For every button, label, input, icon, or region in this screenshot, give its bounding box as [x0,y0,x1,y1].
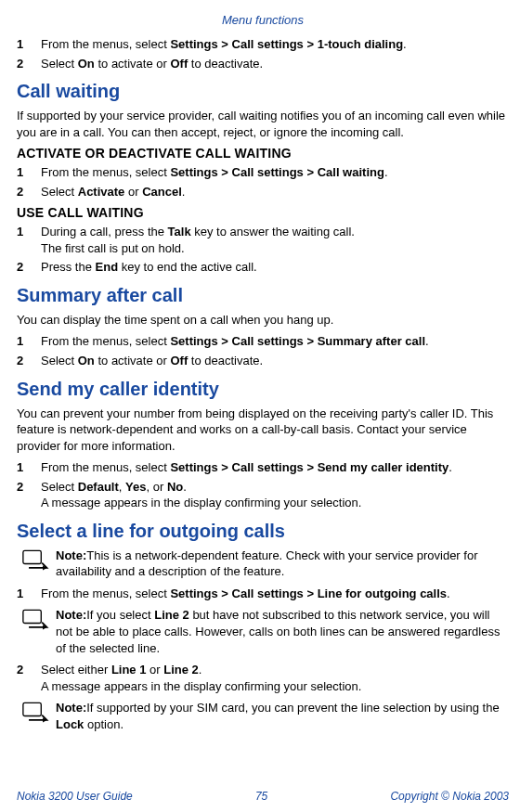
step-number: 1 [17,164,41,181]
step-number: 2 [17,353,41,369]
note-block: Note:This is a network-dependent feature… [17,548,509,580]
step-text: Select either Line 1 or Line 2. A messag… [41,662,509,694]
step-extra: A message appears in the display confirm… [41,496,361,509]
subheading-use: USE CALL WAITING [17,205,509,220]
text: . [403,37,407,51]
svg-rect-0 [23,550,41,563]
step-row: 2 Press the End key to end the active ca… [17,259,509,276]
option: Lock [56,717,84,731]
note-icon [17,548,56,580]
page-number: 75 [133,790,391,803]
step-extra: A message appears in the display confirm… [41,679,361,693]
menu-path: Settings > Call settings > Summary after… [170,334,425,348]
section-call-waiting: Call waiting [17,81,509,102]
footer-left: Nokia 3200 User Guide [17,790,133,803]
step-number: 1 [17,36,41,53]
text: . [199,663,202,677]
menu-path: Settings > Call settings > Send my calle… [170,460,448,474]
text: or [146,663,163,677]
text: Select [41,185,78,199]
option: Off [170,57,188,71]
option: On [78,354,95,367]
note-block: Note:If supported by your SIM card, you … [17,700,509,732]
step-text: Select Activate or Cancel. [41,184,509,200]
text: key to answer the waiting call. [191,225,355,238]
text: . [182,185,186,199]
text: , [119,480,125,494]
step-extra: The first call is put on hold. [41,241,185,255]
step-row: 2 Select Default, Yes, or No. A message … [17,479,509,511]
footer-right: Copyright © Nokia 2003 [390,790,509,803]
option: Line 1 [111,663,147,677]
text: Select [41,480,78,494]
step-text: From the menus, select Settings > Call s… [41,36,509,53]
step-row: 2 Select Activate or Cancel. [17,184,509,200]
option: Line 2 [163,663,199,677]
text: From the menus, select [41,37,170,51]
option: Default [78,480,119,494]
text: . [384,165,388,179]
step-row: 2 Select On to activate or Off to deacti… [17,353,509,369]
step-row: 2 Select On to activate or Off to deacti… [17,56,509,72]
option: Yes [125,480,146,494]
step-row: 1 From the menus, select Settings > Call… [17,164,509,181]
subheading-activate: ACTIVATE OR DEACTIVATE CALL WAITING [17,146,509,161]
text: Select [41,354,78,367]
text: If you select [86,608,154,622]
section-select-line: Select a line for outgoing calls [17,521,509,542]
step-number: 1 [17,459,41,476]
step-number: 2 [17,184,41,200]
section-summary-after-call: Summary after call [17,285,509,306]
option: Line 2 [154,608,189,622]
text: Select [41,57,78,71]
text: From the menus, select [41,165,170,179]
text: During a call, press the [41,225,168,238]
step-number: 2 [17,662,41,694]
text: Select either [41,663,111,677]
page-header: Menu functions [17,13,509,27]
step-row: 1 From the menus, select Settings > Call… [17,586,509,602]
step-text: Press the End key to end the active call… [41,259,509,276]
note-icon [17,607,56,656]
text: From the menus, select [41,586,170,600]
paragraph: You can display the time spent on a call… [17,312,509,329]
step-row: 2 Select either Line 1 or Line 2. A mess… [17,662,509,694]
note-text: Note:This is a network-dependent feature… [56,548,509,580]
note-block: Note:If you select Line 2 but have not s… [17,607,509,656]
step-row: 1 During a call, press the Talk key to a… [17,224,509,256]
step-number: 1 [17,333,41,350]
step-text: Select On to activate or Off to deactiva… [41,353,509,369]
note-icon [17,700,56,732]
text: . [447,586,450,600]
step-number: 2 [17,479,41,511]
text: to deactivate. [188,57,263,71]
paragraph: You can prevent your number from being d… [17,406,509,455]
option: Off [170,354,188,367]
paragraph: If supported by your service provider, c… [17,108,509,140]
note-text: Note:If supported by your SIM card, you … [56,700,509,732]
step-text: From the menus, select Settings > Call s… [41,164,509,181]
text: . [425,334,429,348]
note-label: Note: [56,701,86,715]
text: key to end the active call. [118,260,257,274]
step-text: From the menus, select Settings > Call s… [41,586,509,602]
text: . [183,480,187,494]
menu-path: Settings > Call settings > Line for outg… [170,586,447,600]
step-number: 2 [17,56,41,72]
menu-path: Settings > Call settings > 1-touch diali… [170,37,403,51]
note-text: Note:If you select Line 2 but have not s… [56,607,509,656]
text: From the menus, select [41,334,170,348]
step-text: From the menus, select Settings > Call s… [41,333,509,350]
step-number: 1 [17,224,41,256]
step-row: 1 From the menus, select Settings > Call… [17,36,509,53]
text: This is a network-dependent feature. Che… [56,548,477,579]
key-name: Talk [168,225,191,238]
note-label: Note: [56,608,86,622]
step-number: 2 [17,259,41,276]
text: , or [146,480,166,494]
section-send-caller-id: Send my caller identity [17,379,509,400]
key-name: End [96,260,119,274]
text: If supported by your SIM card, you can p… [86,701,499,715]
text: or [124,185,142,199]
svg-rect-2 [23,611,41,624]
